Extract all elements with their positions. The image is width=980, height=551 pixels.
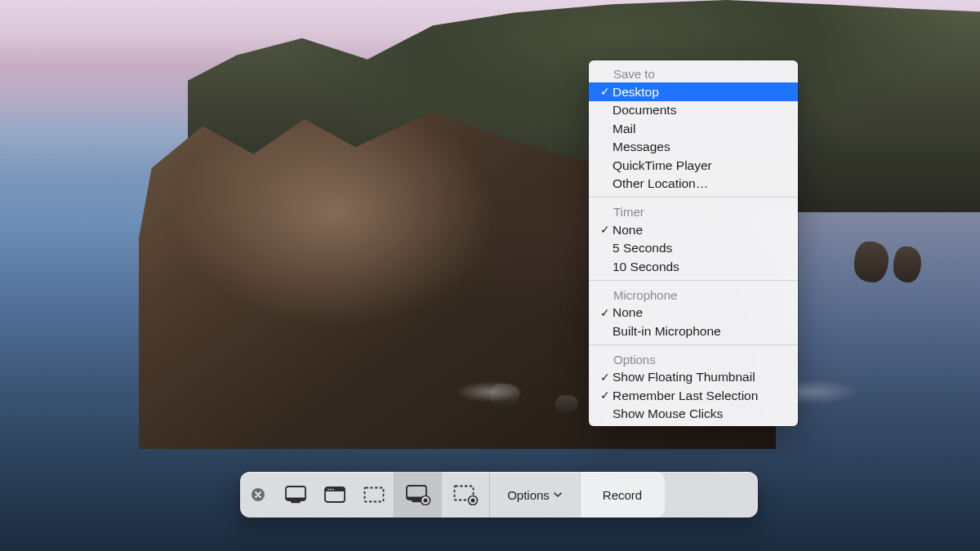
menu-header-options: Options — [589, 349, 798, 368]
menu-item-timer-none[interactable]: ✓ None — [589, 220, 798, 239]
svg-rect-2 — [286, 498, 305, 501]
menu-item-label: Remember Last Selection — [612, 389, 786, 402]
menu-item-label: Show Mouse Clicks — [612, 407, 786, 420]
menu-item-label: 10 Seconds — [612, 260, 786, 273]
svg-point-15 — [423, 498, 427, 502]
menu-separator — [589, 344, 798, 345]
menu-item-save-documents[interactable]: ✓ Documents — [589, 101, 798, 120]
svg-point-9 — [332, 489, 334, 491]
menu-separator — [589, 197, 798, 198]
menu-item-label: Built-in Microphone — [612, 325, 786, 338]
capture-entire-screen-button[interactable] — [276, 472, 315, 518]
menu-item-timer-10s[interactable]: ✓ 10 Seconds — [589, 257, 798, 276]
menu-separator — [589, 280, 798, 281]
check-icon: ✓ — [598, 307, 612, 318]
menu-item-save-quicktime[interactable]: ✓ QuickTime Player — [589, 156, 798, 175]
svg-rect-3 — [291, 501, 301, 503]
svg-point-7 — [327, 489, 329, 491]
check-icon: ✓ — [598, 86, 612, 97]
menu-item-mic-builtin[interactable]: ✓ Built-in Microphone — [589, 322, 798, 340]
svg-point-18 — [470, 498, 474, 502]
display-record-icon — [405, 484, 431, 505]
record-selected-portion-button[interactable] — [442, 472, 489, 518]
chevron-down-icon — [553, 488, 563, 502]
close-button[interactable] — [240, 472, 276, 518]
menu-header-save-to: Save to — [589, 64, 798, 82]
record-button[interactable]: Record — [580, 472, 665, 518]
screenshot-toolbar: Options Record — [240, 472, 758, 518]
window-icon — [323, 486, 346, 504]
menu-item-label: Show Floating Thumbnail — [612, 371, 786, 384]
desktop-wallpaper — [0, 0, 980, 551]
menu-item-floating-thumbnail[interactable]: ✓ Show Floating Thumbnail — [589, 368, 798, 387]
capture-selected-window-button[interactable] — [315, 472, 354, 518]
selection-record-icon — [452, 484, 479, 505]
check-icon: ✓ — [598, 371, 612, 383]
close-icon — [251, 487, 265, 502]
menu-item-label: None — [612, 306, 786, 319]
menu-item-save-desktop[interactable]: ✓ Desktop — [589, 82, 798, 101]
options-menu: Save to ✓ Desktop ✓ Documents ✓ Mail ✓ M… — [589, 60, 798, 426]
menu-item-label: Desktop — [612, 86, 786, 99]
menu-item-timer-5s[interactable]: ✓ 5 Seconds — [589, 239, 798, 258]
display-icon — [284, 485, 307, 504]
menu-item-label: QuickTime Player — [612, 159, 786, 172]
menu-item-save-mail[interactable]: ✓ Mail — [589, 119, 798, 138]
svg-rect-13 — [412, 500, 421, 502]
menu-item-remember-selection[interactable]: ✓ Remember Last Selection — [589, 386, 798, 405]
menu-header-timer: Timer — [589, 202, 798, 220]
check-icon: ✓ — [598, 224, 612, 235]
selection-marquee-icon — [363, 486, 385, 504]
menu-item-show-mouse-clicks[interactable]: ✓ Show Mouse Clicks — [589, 405, 798, 424]
menu-header-microphone: Microphone — [589, 285, 798, 304]
svg-rect-10 — [365, 488, 384, 502]
menu-item-label: Messages — [612, 140, 786, 153]
menu-item-mic-none[interactable]: ✓ None — [589, 304, 798, 322]
options-button[interactable]: Options — [490, 472, 580, 518]
svg-point-8 — [330, 489, 332, 491]
capture-selected-portion-button[interactable] — [354, 472, 394, 518]
record-entire-screen-button[interactable] — [394, 472, 442, 518]
check-icon: ✓ — [598, 389, 612, 401]
menu-item-label: Mail — [612, 122, 786, 136]
menu-item-label: None — [612, 224, 786, 237]
svg-rect-6 — [325, 490, 345, 491]
menu-item-label: Documents — [612, 104, 786, 117]
menu-item-label: Other Location… — [612, 177, 786, 190]
record-label: Record — [603, 488, 642, 502]
menu-item-label: 5 Seconds — [612, 242, 786, 255]
menu-item-save-messages[interactable]: ✓ Messages — [589, 138, 798, 157]
menu-item-save-other-location[interactable]: ✓ Other Location… — [589, 175, 798, 193]
options-label: Options — [507, 488, 550, 502]
